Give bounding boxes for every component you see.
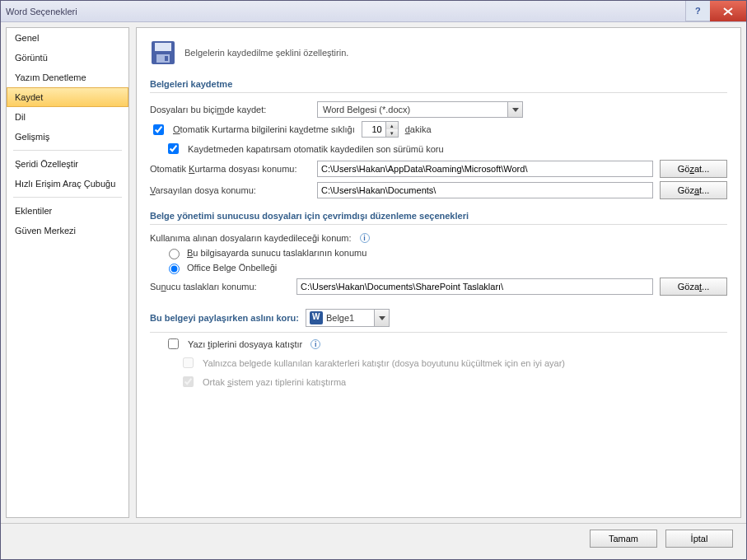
save-icon [150,40,176,66]
svg-rect-4 [165,56,168,61]
window-controls: ? [685,1,746,21]
info-icon[interactable]: i [360,233,370,243]
nav-separator [13,197,122,198]
sidebar-item-advanced[interactable]: Gelişmiş [7,127,128,147]
group-preserve-title: Bu belgeyi paylaşırken aslını koru: [150,313,299,323]
browse-server-drafts-button[interactable]: Gözat... [660,278,727,296]
embed-subset-label: Yalnızca belgede kullanılan karakterleri… [203,358,565,368]
spin-down-icon[interactable]: ▼ [386,129,398,137]
options-dialog: Word Seçenekleri ? Genel Görüntü Yazım D… [0,0,747,560]
header-row: Belgelerin kaydedilme şeklini özelleştir… [150,40,727,66]
embed-subset-checkbox [183,357,194,368]
keep-last-autosaved-label: Kaydetmeden kapatırsam otomatik kaydedil… [188,144,444,154]
word-doc-icon [310,311,323,324]
autorecover-location-label: Otomatik Kurtarma dosyası konumu: [150,164,310,174]
info-icon[interactable]: i [310,339,320,349]
dialog-footer: Tamam İptal [1,523,746,553]
autorecover-location-input[interactable] [317,161,653,177]
svg-rect-2 [155,43,171,51]
embed-system-fonts-label: Ortak sistem yazı tiplerini katıştırma [203,377,346,387]
ok-button[interactable]: Tamam [590,530,657,548]
spin-up-icon[interactable]: ▲ [386,122,398,129]
save-format-value: Word Belgesi (*.docx) [318,105,507,114]
autorecover-interval-value[interactable] [362,122,385,137]
group-offline-title: Belge yönetimi sunucusu dosyaları için ç… [150,211,727,225]
help-icon: ? [693,6,703,16]
sidebar-item-save[interactable]: Kaydet [7,87,128,107]
checked-out-location-label: Kullanıma alınan dosyaların kaydedileceğ… [150,233,352,243]
chevron-down-icon [374,310,389,326]
autorecover-label: Otomatik Kurtarma bilgilerini kaydetme s… [173,124,355,134]
cancel-button[interactable]: İptal [665,530,733,548]
autorecover-interval-spinner[interactable]: ▲▼ [362,121,399,138]
titlebar[interactable]: Word Seçenekleri ? [1,1,746,22]
autorecover-unit: dakika [405,124,432,134]
sidebar-item-customize-ribbon[interactable]: Şeridi Özelleştir [7,154,128,174]
radio-server-drafts[interactable] [169,249,180,259]
default-location-input[interactable] [317,182,653,198]
sidebar-item-addins[interactable]: Eklentiler [7,201,128,221]
preserve-document-value: Belge1 [326,313,371,323]
save-format-label: Dosyaları bu biçimde kaydet: [150,105,310,114]
default-location-label: Varsayılan dosya konumu: [150,185,310,195]
server-drafts-location-input[interactable] [296,278,653,295]
close-button[interactable] [710,1,746,21]
chevron-down-icon [507,102,522,117]
title-text: Word Seçenekleri [6,7,77,16]
browse-autorecover-button[interactable]: Gözat... [660,160,727,178]
save-format-select[interactable]: Word Belgesi (*.docx) [317,101,523,118]
browse-default-button[interactable]: Gözat... [660,181,727,199]
sidebar-nav: Genel Görüntü Yazım Denetleme Kaydet Dil… [6,27,129,518]
embed-fonts-label: Yazı tiplerini dosyaya katıştır [188,339,302,349]
header-subtitle: Belgelerin kaydedilme şeklini özelleştir… [184,48,348,58]
sidebar-item-proofing[interactable]: Yazım Denetleme [7,68,128,87]
sidebar-item-display[interactable]: Görüntü [7,48,128,68]
radio-office-cache-label: Office Belge Önbelleği [187,263,277,273]
preserve-document-select[interactable]: Belge1 [306,309,390,327]
close-icon [722,7,734,16]
sidebar-item-language[interactable]: Dil [7,107,128,127]
autorecover-checkbox[interactable] [153,124,164,135]
sidebar-item-quick-access[interactable]: Hızlı Erişim Araç Çubuğu [7,174,128,194]
embed-fonts-checkbox[interactable] [168,338,179,349]
radio-office-cache[interactable] [169,264,180,274]
server-drafts-location-label: Sunucu taslakları konumu: [150,282,290,292]
sidebar-item-trust-center[interactable]: Güven Merkezi [7,221,128,240]
nav-separator [13,150,122,151]
sidebar-item-general[interactable]: Genel [7,28,128,48]
keep-last-autosaved-checkbox[interactable] [168,143,179,154]
svg-text:?: ? [695,6,701,16]
help-button[interactable]: ? [685,1,710,21]
content-panel: Belgelerin kaydedilme şeklini özelleştir… [136,27,741,518]
group-save-title: Belgeleri kaydetme [150,79,727,93]
embed-system-fonts-checkbox [183,376,194,387]
radio-server-drafts-label: Bu bilgisayarda sunucu taslaklarının kon… [187,248,366,258]
